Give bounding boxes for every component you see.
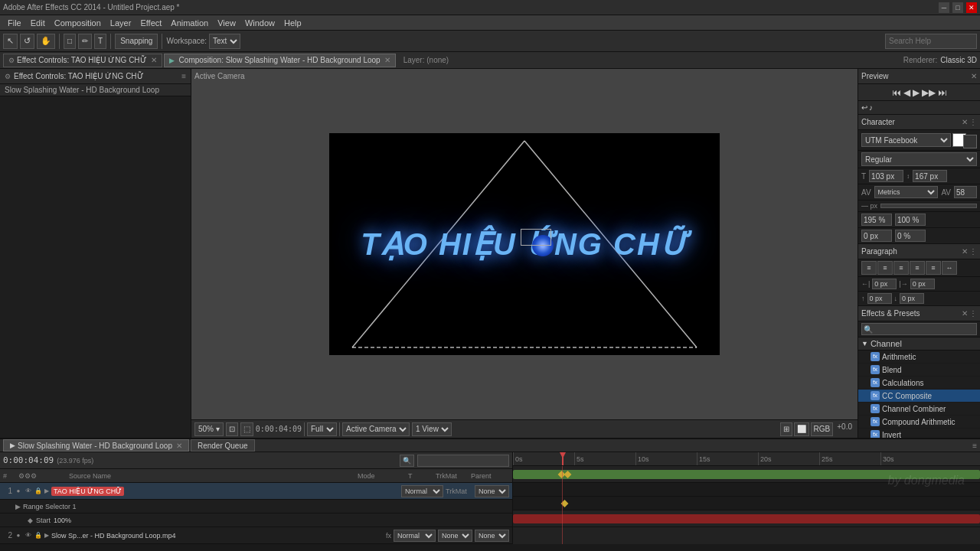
prev-frame-btn[interactable]: ⏮ <box>892 87 901 98</box>
tool-rotate[interactable]: ↺ <box>20 34 34 49</box>
tl-tab-render[interactable]: Render Queue <box>191 439 255 452</box>
ec-panel-menu[interactable]: ≡ <box>181 72 186 80</box>
preview-panel-close[interactable]: ✕ <box>971 72 977 80</box>
menu-effect[interactable]: Effect <box>136 18 166 28</box>
layer2-solo[interactable]: ● <box>15 532 22 539</box>
layer2-parent[interactable]: None <box>475 530 509 542</box>
indent-right-input[interactable] <box>910 279 935 289</box>
align-center-btn[interactable]: ≡ <box>877 261 893 275</box>
tsume-input[interactable] <box>895 230 926 242</box>
close-btn[interactable]: ✕ <box>966 2 977 13</box>
fx-item-cc-composite[interactable]: fx CC Composite <box>858 390 980 403</box>
layer1-lock[interactable]: 🔒 <box>34 487 42 494</box>
menu-animation[interactable]: Animation <box>166 18 213 28</box>
effect-controls-tab[interactable]: ⚙ Effect Controls: TAO HIỆU ỨNG CHỮ ✕ <box>3 54 162 67</box>
canvas-area[interactable]: Active Camera TẠO HIỆU ỨNG CHỮ <box>191 69 858 419</box>
tl-search-btn[interactable]: 🔍 <box>400 455 414 467</box>
align-right-btn[interactable]: ≡ <box>893 261 909 275</box>
minimize-btn[interactable]: ─ <box>939 2 949 13</box>
layer1-expand[interactable]: ▶ <box>44 487 49 494</box>
tool-select[interactable]: ↖ <box>3 34 18 49</box>
layer2-effects[interactable]: fx <box>386 532 391 540</box>
h-scale-input[interactable] <box>861 214 892 226</box>
align-left-btn[interactable]: ≡ <box>861 261 877 275</box>
font-size-input[interactable] <box>869 170 903 182</box>
menu-layer[interactable]: Layer <box>106 18 136 28</box>
font-family-select[interactable]: UTM Facebook <box>861 133 951 147</box>
justify-btn[interactable]: ≡ <box>910 261 925 275</box>
fx-item-blend[interactable]: fx Blend <box>858 364 980 377</box>
fx-item-arithmetic[interactable]: fx Arithmetic <box>858 350 980 364</box>
layer2-eye[interactable]: 👁 <box>24 532 32 539</box>
layer2-mode[interactable]: Normal <box>394 530 436 542</box>
menu-help[interactable]: Help <box>279 18 306 28</box>
fx-item-invert[interactable]: fx Invert <box>858 429 980 438</box>
play-btn[interactable]: ▶ <box>913 87 920 98</box>
layer1-eye[interactable]: 👁 <box>24 487 32 494</box>
char-panel-expand[interactable]: ⋮ <box>969 118 977 126</box>
scale-slider[interactable] <box>880 204 977 208</box>
tracking-method-select[interactable]: Metrics <box>874 186 939 198</box>
justify-all-btn[interactable]: ≡ <box>926 261 941 275</box>
tl-panel-menu[interactable]: ≡ <box>972 442 977 450</box>
tool-text[interactable]: T <box>94 34 106 49</box>
fx-panel-close[interactable]: ✕ <box>962 309 968 318</box>
audio-btn[interactable]: ♪ <box>869 103 873 112</box>
composition-tab[interactable]: ▶ Composition: Slow Splashing Water - HD… <box>164 54 396 67</box>
channel-btn[interactable]: RGB <box>811 422 834 436</box>
zoom-select-btn[interactable]: 50% ▾ <box>194 422 224 436</box>
view-mode-select[interactable]: 1 View <box>412 422 452 436</box>
layer1-mode[interactable]: Normal <box>401 485 443 497</box>
camera-select[interactable]: Active Camera <box>342 422 410 436</box>
tool-hand[interactable]: ✋ <box>37 34 55 49</box>
fx-search-input[interactable] <box>861 323 977 335</box>
step-fwd-btn[interactable]: ▶▶ <box>922 87 936 98</box>
menu-composition[interactable]: Composition <box>50 18 106 28</box>
snapping-btn[interactable]: Snapping <box>115 34 158 49</box>
tracking-num-input[interactable] <box>954 186 977 198</box>
para-panel-close[interactable]: ✕ <box>962 247 968 256</box>
menu-edit[interactable]: Edit <box>26 18 50 28</box>
menu-window[interactable]: Window <box>240 18 279 28</box>
para-panel-expand[interactable]: ⋮ <box>969 247 977 256</box>
tool-pen[interactable]: ✏ <box>78 34 92 49</box>
fx-panel-expand[interactable]: ⋮ <box>969 309 977 318</box>
ec-tab-close[interactable]: ✕ <box>151 56 157 64</box>
step-back-btn[interactable]: ◀ <box>903 87 910 98</box>
fit-view-btn[interactable]: ⊡ <box>226 422 238 436</box>
tl-search-bar[interactable] <box>417 455 509 467</box>
indent-left-input[interactable] <box>872 279 897 289</box>
maximize-btn[interactable]: □ <box>952 2 963 13</box>
color-swatch-bg[interactable] <box>963 135 977 148</box>
space-after-input[interactable] <box>900 293 924 304</box>
layer2-trkmat[interactable]: None <box>438 530 472 542</box>
layer2-lock[interactable]: 🔒 <box>34 532 42 539</box>
baseline-input[interactable] <box>861 230 892 242</box>
safe-zones-btn[interactable]: ⬜ <box>794 422 809 436</box>
layer2-expand[interactable]: ▶ <box>44 532 49 539</box>
space-before-input[interactable] <box>867 293 892 304</box>
tl-tab-comp[interactable]: ▶ Slow Splashing Water - HD Background L… <box>3 439 189 452</box>
grid-btn[interactable]: ⊞ <box>780 422 792 436</box>
fx-item-channel-combiner[interactable]: fx Channel Combiner <box>858 403 980 416</box>
tl-tab-close[interactable]: ✕ <box>176 442 182 450</box>
quality-select[interactable]: Full <box>307 422 337 436</box>
v-scale-input[interactable] <box>895 214 926 226</box>
region-btn[interactable]: ⬚ <box>240 422 253 436</box>
layer1-parent[interactable]: None <box>475 485 509 497</box>
workspace-select[interactable]: Text <box>209 34 240 49</box>
fx-category-channel[interactable]: ▼ Channel <box>858 337 980 350</box>
menu-file[interactable]: File <box>3 18 26 28</box>
font-style-select[interactable]: Regular <box>861 152 977 166</box>
layer1-solo[interactable]: ● <box>15 487 22 494</box>
next-frame-btn[interactable]: ⏭ <box>938 87 947 98</box>
search-help-input[interactable] <box>885 34 977 49</box>
comp-tab-close[interactable]: ✕ <box>384 56 390 64</box>
char-panel-close[interactable]: ✕ <box>962 118 968 126</box>
range-expand-icon[interactable]: ▶ <box>15 503 21 510</box>
tool-rect[interactable]: □ <box>64 34 76 49</box>
menu-view[interactable]: View <box>213 18 240 28</box>
fx-item-calculations[interactable]: fx Calculations <box>858 377 980 390</box>
dir-btn[interactable]: ↔ <box>942 261 957 275</box>
line-height-input[interactable] <box>913 170 947 182</box>
